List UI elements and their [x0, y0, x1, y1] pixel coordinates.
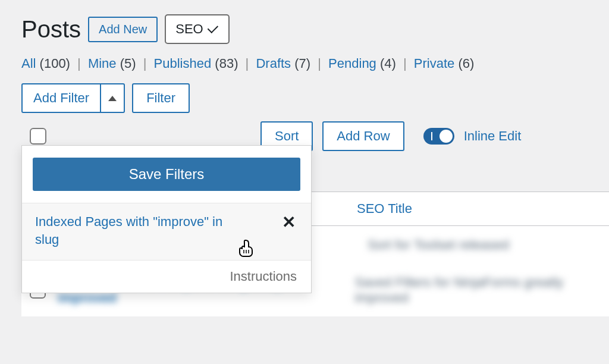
toggle-knob [440, 130, 453, 143]
filter-all-count: (100) [40, 56, 70, 71]
seo-title-cell: Saved Filters for NinjaForms greatly imp… [331, 275, 609, 306]
add-filter-button[interactable]: Add Filter [23, 84, 100, 112]
filter-drafts-count: (7) [294, 56, 310, 71]
toggle-on-indicator [431, 132, 432, 140]
add-filter-toggle[interactable] [100, 84, 124, 112]
filter-mine[interactable]: Mine [88, 56, 117, 71]
close-icon[interactable]: ✕ [280, 213, 298, 232]
inline-edit-toggle[interactable] [423, 128, 454, 145]
triangle-up-icon [108, 96, 117, 101]
saved-filter-row: Indexed Pages with "improve" in slug ✕ [22, 203, 311, 260]
select-all-checkbox[interactable] [30, 128, 46, 145]
seo-title-cell: Sort for Toolset released [344, 237, 509, 253]
separator: | [246, 56, 249, 71]
filter-drafts[interactable]: Drafts [256, 56, 291, 71]
inline-edit-label: Inline Edit [464, 128, 522, 144]
add-filter-split-button[interactable]: Add Filter [21, 83, 125, 113]
filter-published-count: (83) [215, 56, 238, 71]
save-filters-button[interactable]: Save Filters [33, 158, 300, 191]
add-new-button[interactable]: Add New [88, 17, 158, 42]
filter-private[interactable]: Private [414, 56, 454, 71]
status-filter-links: All (100) | Mine (5) | Published (83) | … [0, 55, 609, 83]
filter-private-count: (6) [458, 56, 474, 71]
seo-dropdown[interactable]: SEO [165, 14, 229, 44]
filter-pending[interactable]: Pending [328, 56, 376, 71]
seo-dropdown-label: SEO [175, 21, 203, 37]
add-filter-popover: Save Filters Indexed Pages with "improve… [21, 145, 312, 293]
separator: | [403, 56, 407, 71]
page-title: Posts [21, 16, 81, 43]
filter-pending-count: (4) [380, 56, 396, 71]
separator: | [143, 56, 147, 71]
filter-all[interactable]: All [21, 56, 36, 71]
filter-button[interactable]: Filter [132, 83, 190, 113]
separator: | [77, 56, 81, 71]
instructions-link[interactable]: Instructions [230, 269, 297, 284]
chevron-down-icon [207, 23, 218, 33]
saved-filter-link[interactable]: Indexed Pages with "improve" in slug [35, 213, 249, 248]
filter-published[interactable]: Published [154, 56, 212, 71]
add-row-button[interactable]: Add Row [322, 121, 404, 151]
filter-mine-count: (5) [120, 56, 136, 71]
separator: | [318, 56, 321, 71]
